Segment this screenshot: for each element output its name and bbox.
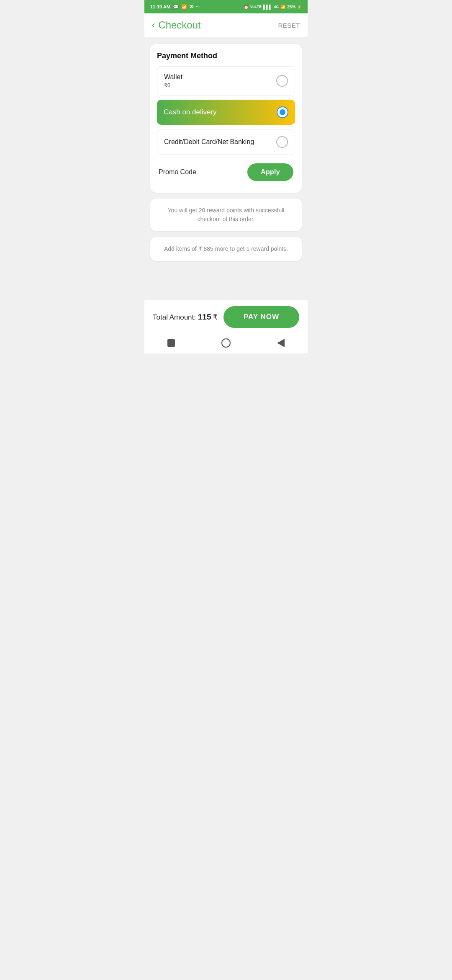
cod-radio[interactable]	[277, 106, 288, 118]
wifi-signal-icon: 📶	[280, 5, 285, 9]
header-left: ‹ Checkout	[152, 19, 201, 31]
card-label: Credit/Debit Card/Net Banking	[164, 138, 254, 146]
header: ‹ Checkout RESET	[144, 13, 308, 37]
wallet-option[interactable]: Wallet ₹0	[157, 66, 295, 95]
main-content: Payment Method Wallet ₹0 Cash on deliver…	[144, 37, 308, 300]
total-amount-display: Total Amount: 115 ₹	[153, 312, 218, 322]
cod-label: Cash on delivery	[164, 108, 217, 116]
total-label: Total Amount:	[153, 313, 196, 321]
time-display: 11:19 AM	[150, 4, 170, 9]
battery-display: 25% ⚡	[287, 5, 302, 9]
signal-4g-icon: 4G	[274, 5, 279, 9]
reward-info-text-1: You will get 20 reward points with succe…	[159, 206, 293, 224]
cod-option[interactable]: Cash on delivery	[157, 100, 295, 125]
back-icon	[277, 339, 285, 347]
wallet-label: Wallet	[164, 73, 182, 81]
signal-bars-icon: ▌▌▌	[263, 5, 272, 9]
signal-volte-icon: VoLTE	[250, 5, 262, 9]
cod-option-content: Cash on delivery	[164, 108, 217, 116]
reward-info-card-1: You will get 20 reward points with succe…	[150, 199, 302, 231]
reward-info-card-2: Add items of ₹ 885 more to get 1 reward …	[150, 237, 302, 261]
status-bar-left: 11:19 AM 💬 📶 ✉ ···	[150, 4, 200, 10]
payment-section-title: Payment Method	[157, 52, 295, 60]
wifi-icon: 📶	[181, 4, 187, 10]
alarm-icon: ⏰	[244, 5, 249, 9]
page-title: Checkout	[158, 19, 200, 31]
nav-recent-apps-button[interactable]	[167, 339, 175, 347]
pay-now-button[interactable]: PAY NOW	[223, 306, 299, 328]
reset-button[interactable]: RESET	[278, 22, 300, 29]
message-icon: 💬	[173, 4, 179, 10]
status-bar: 11:19 AM 💬 📶 ✉ ··· ⏰ VoLTE ▌▌▌ 4G 📶 25% …	[144, 0, 308, 13]
total-value: 115	[198, 312, 211, 321]
nav-back-button[interactable]	[277, 339, 285, 347]
apply-button[interactable]: Apply	[247, 163, 293, 181]
recent-apps-icon	[167, 339, 175, 347]
status-bar-right: ⏰ VoLTE ▌▌▌ 4G 📶 25% ⚡	[244, 5, 302, 9]
wallet-balance: ₹0	[164, 82, 182, 88]
wallet-option-content: Wallet ₹0	[164, 73, 182, 88]
card-option[interactable]: Credit/Debit Card/Net Banking	[157, 129, 295, 155]
reward-info-text-2: Add items of ₹ 885 more to get 1 reward …	[159, 245, 293, 253]
currency-symbol: ₹	[213, 313, 218, 321]
card-radio[interactable]	[276, 136, 288, 148]
promo-label: Promo Code	[159, 168, 196, 176]
dots-icon: ···	[196, 4, 200, 9]
nav-home-button[interactable]	[221, 338, 231, 348]
back-button[interactable]: ‹	[152, 20, 155, 31]
nav-bar	[144, 334, 308, 353]
payment-method-card: Payment Method Wallet ₹0 Cash on deliver…	[150, 44, 302, 193]
home-icon	[221, 338, 231, 348]
wallet-radio[interactable]	[276, 75, 288, 87]
promo-row: Promo Code Apply	[157, 159, 295, 185]
card-option-content: Credit/Debit Card/Net Banking	[164, 138, 254, 146]
sms-icon: ✉	[190, 4, 193, 10]
bottom-bar: Total Amount: 115 ₹ PAY NOW	[144, 300, 308, 334]
